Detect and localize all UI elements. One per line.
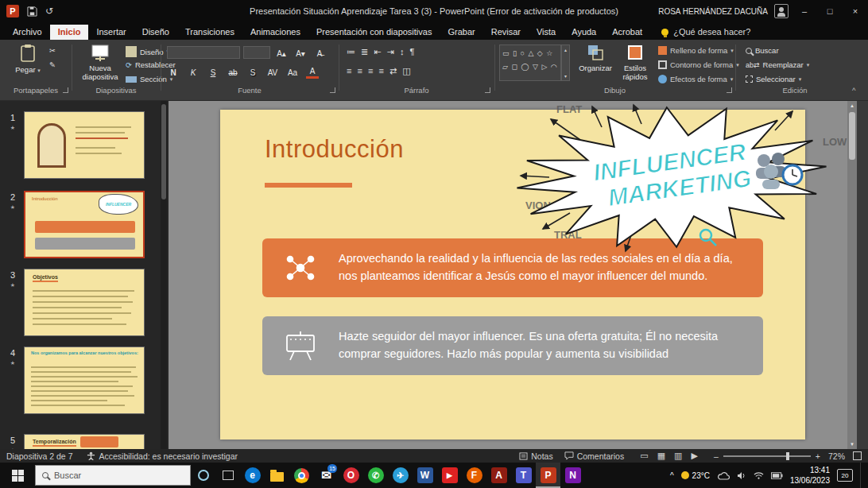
wifi-icon[interactable] — [754, 471, 764, 479]
zoom-slider[interactable] — [723, 455, 811, 457]
onedrive-icon[interactable] — [717, 471, 730, 480]
shape-fill-button[interactable]: Relleno de forma▾ — [658, 46, 734, 55]
replace-button[interactable]: ab⇄Reemplazar▾ — [746, 60, 809, 69]
taskbar-powerpoint-icon[interactable]: P — [536, 463, 560, 488]
zoom-out-button[interactable]: – — [714, 451, 719, 461]
user-avatar[interactable] — [774, 4, 789, 18]
underline-button[interactable]: S — [207, 66, 219, 79]
new-slide-button[interactable]: Nueva diapositiva — [78, 44, 122, 81]
taskbar-chrome-icon[interactable] — [289, 463, 314, 488]
bold-button[interactable]: N — [167, 66, 180, 79]
paragraph-icons-row2[interactable]: ≡ ≡ ≡ ≡ ⇄ ◫ — [347, 66, 413, 76]
slide-thumbnail-5[interactable]: Temporalización — [24, 434, 145, 449]
char-spacing-button[interactable]: AV — [266, 66, 279, 79]
taskbar-youtube-icon[interactable]: ▶ — [437, 463, 462, 488]
cortana-button[interactable] — [191, 463, 215, 488]
taskbar-edge-icon[interactable]: e — [240, 463, 265, 488]
format-painter-icon[interactable]: ✎ — [49, 60, 56, 69]
tell-me-box[interactable]: ¿Qué desea hacer? — [661, 27, 750, 40]
scrollbar-up-icon[interactable]: ▴ — [851, 103, 854, 109]
slide-thumbnail-1[interactable] — [24, 111, 145, 179]
taskbar-acrobat-icon[interactable]: A — [486, 463, 511, 488]
find-button[interactable]: Buscar — [746, 46, 779, 55]
tab-inicio[interactable]: Inicio — [50, 25, 89, 40]
gray-content-box[interactable]: Hazte seguidor del mayor influencer. Es … — [262, 316, 763, 375]
taskbar-onenote-icon[interactable]: N — [560, 463, 585, 488]
panel-scrollbar-thumb[interactable] — [161, 104, 166, 199]
canvas-scrollbar-thumb[interactable] — [849, 112, 855, 160]
zoom-in-button[interactable]: + — [816, 451, 820, 461]
tab-ayuda[interactable]: Ayuda — [564, 25, 604, 40]
grow-font-icon[interactable]: A▴ — [275, 47, 288, 60]
tab-transiciones[interactable]: Transiciones — [177, 25, 242, 40]
change-case-button[interactable]: Aa — [286, 66, 299, 79]
weather-widget[interactable]: 23°C — [681, 471, 710, 480]
tab-acrobat[interactable]: Acrobat — [604, 25, 650, 40]
close-button[interactable]: × — [843, 0, 868, 22]
clipboard-dialog-launcher[interactable] — [63, 87, 68, 93]
tab-archivo[interactable]: Archivo — [5, 25, 50, 40]
arrange-button[interactable]: Organizar — [575, 44, 615, 72]
tab-animaciones[interactable]: Animaciones — [242, 25, 308, 40]
powerpoint-app-icon[interactable]: P — [6, 5, 19, 17]
shape-gallery-scroll[interactable]: ▴ ▾ — [561, 45, 570, 81]
tab-insertar[interactable]: Insertar — [88, 25, 134, 40]
text-shadow-button[interactable]: S — [246, 66, 259, 79]
font-name-combo[interactable] — [167, 46, 240, 59]
zoom-slider-thumb[interactable] — [786, 452, 789, 460]
taskbar-firefox-icon[interactable]: F — [462, 463, 486, 488]
taskbar-whatsapp-icon[interactable]: ✆ — [363, 463, 388, 488]
slide-thumbnail-4[interactable]: Nos organizamos para alcanzar nuestros o… — [24, 347, 145, 414]
view-buttons[interactable]: ▭ ▦ ▥ ▶ — [640, 451, 701, 461]
slide-editing-area[interactable]: Introducción Aprovechando la realidad y … — [169, 101, 857, 449]
taskbar-telegram-icon[interactable]: ✈ — [388, 463, 413, 488]
maximize-button[interactable]: □ — [817, 0, 843, 22]
slide-thumbnail-3[interactable]: Objetivos — [24, 269, 145, 336]
font-color-button[interactable]: A — [306, 66, 319, 79]
shrink-font-icon[interactable]: A▾ — [294, 47, 307, 60]
volume-icon[interactable] — [737, 471, 746, 480]
task-view-button[interactable] — [215, 463, 240, 488]
shape-outline-button[interactable]: Contorno de forma▾ — [658, 60, 739, 69]
accessibility-status[interactable]: Accesibilidad: es necesario investigar — [87, 451, 238, 461]
notes-button[interactable]: Notas — [519, 451, 552, 461]
shape-effects-button[interactable]: Efectos de forma▾ — [658, 75, 733, 83]
tray-expand-icon[interactable]: ^ — [670, 471, 674, 480]
drawing-dialog-launcher[interactable] — [727, 87, 732, 93]
paragraph-dialog-launcher[interactable] — [485, 87, 490, 93]
zoom-percent[interactable]: 72% — [828, 451, 845, 461]
paste-button[interactable]: Pegar ▾ — [8, 44, 48, 74]
layout-button[interactable]: Diseño▾ — [126, 46, 169, 57]
taskbar-mail-icon[interactable]: ✉15 — [314, 463, 339, 488]
taskbar-word-icon[interactable]: W — [413, 463, 437, 488]
canvas-scrollbar[interactable]: ▴ ▾ — [847, 101, 857, 449]
tab-revisar[interactable]: Revisar — [483, 25, 529, 40]
taskbar-opera-icon[interactable]: O — [339, 463, 363, 488]
taskbar-clock[interactable]: 13:41 13/06/2023 — [790, 465, 830, 486]
tab-vista[interactable]: Vista — [529, 25, 564, 40]
taskbar-file-explorer-icon[interactable] — [265, 463, 289, 488]
collapse-ribbon-icon[interactable]: ^ — [852, 86, 855, 95]
paragraph-icons-row1[interactable]: ≔ ≣ ⇤ ⇥ ↕ ¶ — [347, 47, 416, 57]
font-dialog-launcher[interactable] — [330, 87, 335, 93]
notification-center-icon[interactable]: 20 — [837, 469, 853, 482]
shape-gallery[interactable]: ▭ ▯ ○ △ ◇ ☆ ▱ ◻ ◯ ▽ ▷ ◠ — [499, 45, 561, 81]
taskbar-search[interactable]: Buscar — [35, 465, 191, 486]
fit-to-window-icon[interactable] — [853, 451, 862, 460]
slide-thumbnail-2[interactable]: Introducción INFLUENCER — [24, 191, 145, 258]
show-desktop-button[interactable] — [860, 463, 863, 488]
tab-grabar[interactable]: Grabar — [440, 25, 482, 40]
battery-icon[interactable] — [771, 472, 783, 479]
italic-button[interactable]: K — [187, 66, 200, 79]
taskbar-teams-icon[interactable]: T — [511, 463, 536, 488]
comments-button[interactable]: Comentarios — [564, 451, 625, 461]
slide-title[interactable]: Introducción — [265, 135, 404, 164]
cut-icon[interactable]: ✂ — [49, 46, 56, 55]
undo-icon[interactable]: ↺ — [45, 6, 53, 17]
influencer-marketing-graphic[interactable]: FLAT LOW VION TRAL INFLUENCER MARKETING — [513, 102, 847, 257]
start-button[interactable] — [0, 463, 35, 488]
tab-presentacion[interactable]: Presentación con diapositivas — [308, 25, 440, 40]
font-size-combo[interactable] — [243, 46, 270, 59]
panel-scrollbar[interactable] — [161, 101, 167, 449]
quick-styles-button[interactable]: Estilos rápidos — [617, 44, 653, 81]
